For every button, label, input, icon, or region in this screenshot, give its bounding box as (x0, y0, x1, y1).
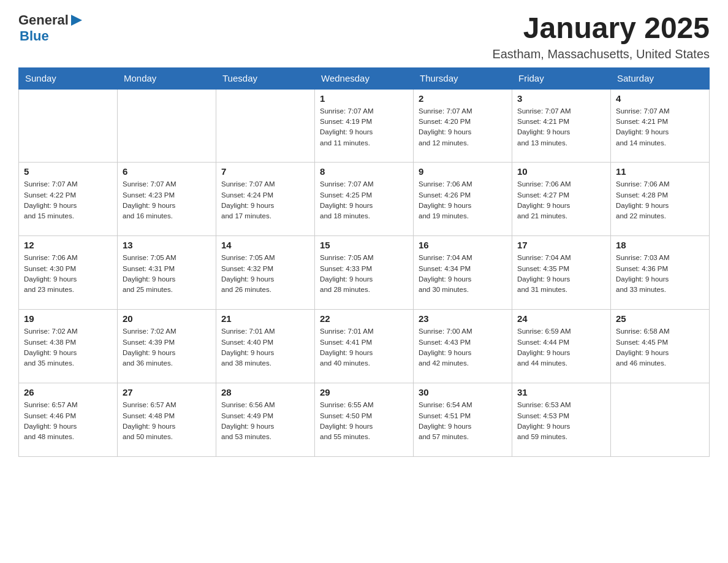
day-number: 4 (616, 93, 704, 104)
calendar-header-row: SundayMondayTuesdayWednesdayThursdayFrid… (19, 67, 710, 89)
calendar-table: SundayMondayTuesdayWednesdayThursdayFrid… (18, 67, 710, 458)
calendar-cell: 27Sunrise: 6:57 AM Sunset: 4:48 PM Dayli… (118, 383, 216, 457)
day-number: 6 (123, 166, 211, 177)
calendar-week-3: 12Sunrise: 7:06 AM Sunset: 4:30 PM Dayli… (19, 236, 710, 310)
calendar-cell: 16Sunrise: 7:04 AM Sunset: 4:34 PM Dayli… (414, 236, 512, 310)
day-number: 9 (419, 166, 507, 177)
calendar-cell (611, 383, 710, 457)
calendar-cell: 19Sunrise: 7:02 AM Sunset: 4:38 PM Dayli… (19, 310, 118, 383)
day-info: Sunrise: 6:54 AM Sunset: 4:51 PM Dayligh… (419, 400, 507, 442)
day-number: 15 (320, 240, 408, 250)
day-info: Sunrise: 7:01 AM Sunset: 4:40 PM Dayligh… (221, 326, 309, 369)
day-info: Sunrise: 6:53 AM Sunset: 4:53 PM Dayligh… (517, 400, 605, 442)
calendar-cell: 17Sunrise: 7:04 AM Sunset: 4:35 PM Dayli… (512, 236, 611, 310)
calendar-week-5: 26Sunrise: 6:57 AM Sunset: 4:46 PM Dayli… (19, 383, 710, 457)
calendar-cell: 26Sunrise: 6:57 AM Sunset: 4:46 PM Dayli… (19, 383, 118, 457)
calendar-cell: 9Sunrise: 7:06 AM Sunset: 4:26 PM Daylig… (414, 163, 512, 236)
header-sunday: Sunday (19, 67, 118, 89)
calendar-cell: 22Sunrise: 7:01 AM Sunset: 4:41 PM Dayli… (315, 310, 414, 383)
day-number: 27 (123, 387, 211, 397)
logo: General Blue (18, 12, 83, 44)
day-info: Sunrise: 7:02 AM Sunset: 4:38 PM Dayligh… (24, 326, 112, 369)
header-friday: Friday (512, 67, 611, 89)
calendar-cell: 14Sunrise: 7:05 AM Sunset: 4:32 PM Dayli… (216, 236, 315, 310)
day-info: Sunrise: 7:06 AM Sunset: 4:26 PM Dayligh… (419, 179, 507, 221)
header-monday: Monday (118, 67, 216, 89)
svg-marker-0 (71, 15, 82, 26)
calendar-cell: 18Sunrise: 7:03 AM Sunset: 4:36 PM Dayli… (611, 236, 710, 310)
day-number: 10 (517, 166, 605, 177)
calendar-cell: 28Sunrise: 6:56 AM Sunset: 4:49 PM Dayli… (216, 383, 315, 457)
calendar-cell: 29Sunrise: 6:55 AM Sunset: 4:50 PM Dayli… (315, 383, 414, 457)
logo-general-text: General (18, 12, 69, 28)
day-info: Sunrise: 6:57 AM Sunset: 4:46 PM Dayligh… (24, 400, 112, 442)
day-info: Sunrise: 7:07 AM Sunset: 4:24 PM Dayligh… (221, 179, 309, 221)
calendar-cell: 24Sunrise: 6:59 AM Sunset: 4:44 PM Dayli… (512, 310, 611, 383)
calendar-cell: 5Sunrise: 7:07 AM Sunset: 4:22 PM Daylig… (19, 163, 118, 236)
day-number: 24 (517, 313, 605, 324)
calendar-cell: 12Sunrise: 7:06 AM Sunset: 4:30 PM Dayli… (19, 236, 118, 310)
day-number: 3 (517, 93, 605, 104)
day-number: 8 (320, 166, 408, 177)
calendar-cell (19, 89, 118, 163)
calendar-week-1: 1Sunrise: 7:07 AM Sunset: 4:19 PM Daylig… (19, 89, 710, 163)
title-section: January 2025 Eastham, Massachusetts, Uni… (492, 12, 710, 61)
day-info: Sunrise: 7:07 AM Sunset: 4:23 PM Dayligh… (123, 179, 211, 221)
day-info: Sunrise: 7:06 AM Sunset: 4:30 PM Dayligh… (24, 253, 112, 295)
calendar-cell: 4Sunrise: 7:07 AM Sunset: 4:21 PM Daylig… (611, 89, 710, 163)
calendar-cell: 7Sunrise: 7:07 AM Sunset: 4:24 PM Daylig… (216, 163, 315, 236)
calendar-cell: 20Sunrise: 7:02 AM Sunset: 4:39 PM Dayli… (118, 310, 216, 383)
day-number: 29 (320, 387, 408, 397)
day-number: 23 (419, 313, 507, 324)
day-number: 30 (419, 387, 507, 397)
calendar-week-2: 5Sunrise: 7:07 AM Sunset: 4:22 PM Daylig… (19, 163, 710, 236)
header-saturday: Saturday (611, 67, 710, 89)
calendar-cell: 13Sunrise: 7:05 AM Sunset: 4:31 PM Dayli… (118, 236, 216, 310)
day-number: 12 (24, 240, 112, 250)
day-info: Sunrise: 7:07 AM Sunset: 4:21 PM Dayligh… (616, 106, 704, 148)
calendar-cell: 2Sunrise: 7:07 AM Sunset: 4:20 PM Daylig… (414, 89, 512, 163)
day-info: Sunrise: 7:03 AM Sunset: 4:36 PM Dayligh… (616, 253, 704, 295)
day-number: 20 (123, 313, 211, 324)
day-info: Sunrise: 7:04 AM Sunset: 4:35 PM Dayligh… (517, 253, 605, 295)
day-number: 18 (616, 240, 704, 250)
header-wednesday: Wednesday (315, 67, 414, 89)
day-number: 28 (221, 387, 309, 397)
calendar-cell: 1Sunrise: 7:07 AM Sunset: 4:19 PM Daylig… (315, 89, 414, 163)
page-header: General Blue January 2025 Eastham, Massa… (18, 12, 710, 61)
day-number: 5 (24, 166, 112, 177)
day-info: Sunrise: 6:59 AM Sunset: 4:44 PM Dayligh… (517, 326, 605, 369)
day-info: Sunrise: 7:07 AM Sunset: 4:22 PM Dayligh… (24, 179, 112, 221)
day-number: 13 (123, 240, 211, 250)
day-info: Sunrise: 6:56 AM Sunset: 4:49 PM Dayligh… (221, 400, 309, 442)
header-tuesday: Tuesday (216, 67, 315, 89)
day-info: Sunrise: 7:07 AM Sunset: 4:25 PM Dayligh… (320, 179, 408, 221)
day-number: 25 (616, 313, 704, 324)
day-info: Sunrise: 7:06 AM Sunset: 4:27 PM Dayligh… (517, 179, 605, 221)
logo-arrow-icon (70, 13, 83, 27)
day-number: 21 (221, 313, 309, 324)
header-thursday: Thursday (414, 67, 512, 89)
calendar-cell: 3Sunrise: 7:07 AM Sunset: 4:21 PM Daylig… (512, 89, 611, 163)
calendar-cell: 8Sunrise: 7:07 AM Sunset: 4:25 PM Daylig… (315, 163, 414, 236)
calendar-cell: 10Sunrise: 7:06 AM Sunset: 4:27 PM Dayli… (512, 163, 611, 236)
calendar-cell: 30Sunrise: 6:54 AM Sunset: 4:51 PM Dayli… (414, 383, 512, 457)
day-number: 14 (221, 240, 309, 250)
day-number: 31 (517, 387, 605, 397)
calendar-week-4: 19Sunrise: 7:02 AM Sunset: 4:38 PM Dayli… (19, 310, 710, 383)
day-info: Sunrise: 6:57 AM Sunset: 4:48 PM Dayligh… (123, 400, 211, 442)
calendar-cell: 25Sunrise: 6:58 AM Sunset: 4:45 PM Dayli… (611, 310, 710, 383)
calendar-cell: 11Sunrise: 7:06 AM Sunset: 4:28 PM Dayli… (611, 163, 710, 236)
logo-blue-text: Blue (20, 28, 49, 44)
day-number: 7 (221, 166, 309, 177)
day-info: Sunrise: 6:58 AM Sunset: 4:45 PM Dayligh… (616, 326, 704, 369)
day-number: 26 (24, 387, 112, 397)
day-number: 2 (419, 93, 507, 104)
day-number: 16 (419, 240, 507, 250)
day-info: Sunrise: 7:06 AM Sunset: 4:28 PM Dayligh… (616, 179, 704, 221)
day-info: Sunrise: 7:07 AM Sunset: 4:19 PM Dayligh… (320, 106, 408, 148)
month-title: January 2025 (492, 12, 710, 45)
calendar-cell: 6Sunrise: 7:07 AM Sunset: 4:23 PM Daylig… (118, 163, 216, 236)
day-number: 19 (24, 313, 112, 324)
calendar-cell: 31Sunrise: 6:53 AM Sunset: 4:53 PM Dayli… (512, 383, 611, 457)
